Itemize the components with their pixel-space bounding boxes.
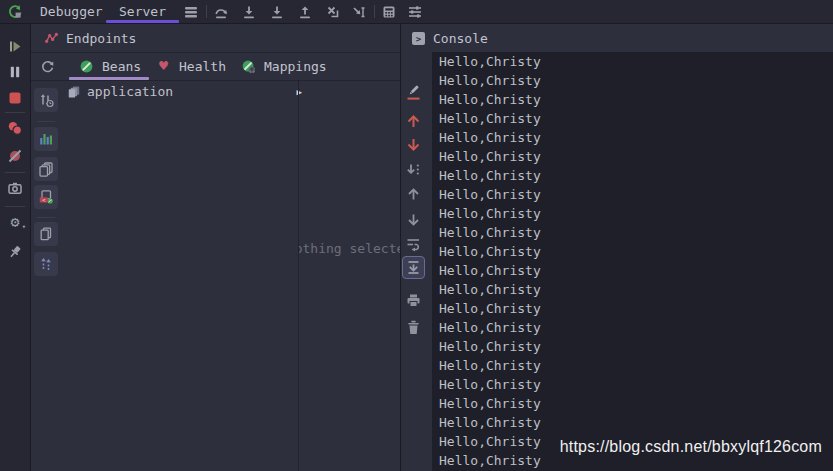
step-into-icon[interactable] bbox=[240, 3, 258, 20]
refresh-icon[interactable] bbox=[39, 58, 55, 74]
edit-configuration-icon[interactable] bbox=[405, 84, 422, 101]
show-statistics-icon[interactable] bbox=[34, 127, 58, 151]
console-line: Hello,Christy bbox=[439, 375, 833, 394]
console-line: Hello,Christy bbox=[439, 109, 833, 128]
strip-separator bbox=[37, 121, 55, 122]
console-line: Hello,Christy bbox=[439, 71, 833, 90]
show-documentation-icon[interactable] bbox=[34, 222, 58, 246]
application-beans-icon bbox=[67, 85, 81, 99]
mappings-icon bbox=[241, 59, 256, 74]
settings-icon[interactable]: ⚙▾ bbox=[7, 214, 23, 230]
console-run-icon: > bbox=[412, 32, 425, 45]
evaluate-expression-icon[interactable] bbox=[380, 3, 398, 20]
soft-wrap-icon[interactable] bbox=[405, 236, 422, 253]
console-line: Hello,Christy bbox=[439, 356, 833, 375]
previous-occurrence-icon[interactable] bbox=[405, 186, 422, 203]
strip-separator bbox=[37, 217, 55, 218]
tab-beans-label: Beans bbox=[102, 59, 141, 74]
scroll-to-end-icon[interactable] bbox=[405, 259, 422, 276]
console-line: Hello,Christy bbox=[439, 52, 833, 71]
console-line: Hello,Christy bbox=[439, 318, 833, 337]
sidebar-separator bbox=[5, 172, 25, 173]
pin-icon[interactable] bbox=[7, 244, 23, 260]
bean-icon bbox=[79, 59, 94, 74]
tab-server-label: Server bbox=[119, 4, 166, 19]
console-line: Hello,Christy bbox=[439, 261, 833, 280]
endpoints-header: Endpoints bbox=[31, 24, 400, 53]
watermark-text: https://blog.csdn.net/bbxylqf126com bbox=[560, 438, 822, 456]
mute-breakpoints-icon[interactable] bbox=[7, 148, 23, 164]
print-icon[interactable] bbox=[405, 292, 422, 309]
endpoints-title: Endpoints bbox=[66, 31, 136, 46]
tab-mappings[interactable]: Mappings bbox=[241, 52, 327, 80]
console-panel: > Console bbox=[400, 24, 833, 471]
tab-health[interactable]: ♥ Health bbox=[156, 52, 226, 80]
console-line: Hello,Christy bbox=[439, 242, 833, 261]
drop-frame-icon[interactable] bbox=[324, 3, 342, 20]
console-line: Hello,Christy bbox=[439, 337, 833, 356]
step-over-icon[interactable] bbox=[212, 3, 230, 20]
down-stack-trace-icon[interactable] bbox=[405, 136, 422, 153]
menu-icon[interactable] bbox=[182, 3, 200, 20]
navigate-down-menu-icon[interactable] bbox=[405, 161, 422, 178]
console-line: Hello,Christy bbox=[439, 147, 833, 166]
sidebar-separator bbox=[5, 206, 25, 207]
console-line: Hello,Christy bbox=[439, 185, 833, 204]
console-line: Hello,Christy bbox=[439, 166, 833, 185]
console-line: Hello,Christy bbox=[439, 223, 833, 242]
nothing-selected-text: Nothing selected bbox=[299, 241, 400, 256]
run-to-cursor-icon[interactable] bbox=[350, 3, 368, 20]
tree-item-application[interactable]: application ▶ bbox=[59, 82, 306, 101]
tab-server[interactable]: Server bbox=[106, 0, 179, 23]
debugger-side-toolbar: ⚙▾ bbox=[0, 24, 31, 471]
pause-icon[interactable] bbox=[7, 64, 23, 80]
tree-item-label: application bbox=[87, 84, 173, 99]
tab-health-label: Health bbox=[179, 59, 226, 74]
tab-mappings-label: Mappings bbox=[264, 59, 327, 74]
ide-window: Debugger Server bbox=[0, 0, 833, 471]
console-line: Hello,Christy bbox=[439, 204, 833, 223]
console-line: Hello,Christy bbox=[439, 90, 833, 109]
toolbar-separator bbox=[374, 5, 375, 18]
rerun-icon[interactable] bbox=[6, 3, 24, 21]
tab-debugger-label: Debugger bbox=[40, 4, 103, 19]
up-stack-trace-icon[interactable] bbox=[405, 113, 422, 130]
show-configuration-beans-icon[interactable]: < bbox=[34, 185, 58, 209]
layout-settings-icon[interactable] bbox=[406, 3, 424, 20]
endpoints-icon bbox=[43, 30, 59, 46]
console-title: Console bbox=[433, 31, 488, 46]
detail-pane: Nothing selected bbox=[299, 81, 400, 471]
update-beans-icon[interactable] bbox=[34, 252, 58, 276]
debug-toolbar: Debugger Server bbox=[0, 0, 833, 24]
view-breakpoints-icon[interactable] bbox=[7, 120, 23, 136]
step-out-icon[interactable] bbox=[296, 3, 314, 20]
clear-all-icon[interactable] bbox=[405, 319, 422, 336]
console-line: Hello,Christy bbox=[439, 280, 833, 299]
console-header: > Console bbox=[401, 24, 833, 53]
sidebar-separator bbox=[5, 112, 25, 113]
endpoints-panel: Endpoints Beans ♥ Health bbox=[31, 24, 400, 471]
console-output[interactable]: Hello,ChristyHello,ChristyHello,ChristyH… bbox=[432, 52, 833, 471]
heart-icon: ♥ bbox=[156, 59, 171, 74]
stop-icon[interactable] bbox=[7, 90, 23, 106]
console-line: Hello,Christy bbox=[439, 394, 833, 413]
console-toolbar bbox=[401, 52, 432, 471]
console-line: Hello,Christy bbox=[439, 299, 833, 318]
show-library-beans-icon[interactable] bbox=[34, 157, 58, 181]
console-line: Hello,Christy bbox=[439, 128, 833, 147]
tab-beans[interactable]: Beans bbox=[79, 52, 141, 80]
next-occurrence-icon[interactable] bbox=[405, 211, 422, 228]
force-step-into-icon[interactable] bbox=[268, 3, 286, 20]
console-line: Hello,Christy bbox=[439, 413, 833, 432]
toolbar-separator bbox=[206, 5, 207, 18]
tab-debugger[interactable]: Debugger bbox=[28, 0, 115, 23]
thread-dump-icon[interactable] bbox=[7, 180, 23, 196]
resume-icon[interactable] bbox=[7, 38, 23, 54]
show-startup-time-icon[interactable] bbox=[34, 88, 58, 112]
